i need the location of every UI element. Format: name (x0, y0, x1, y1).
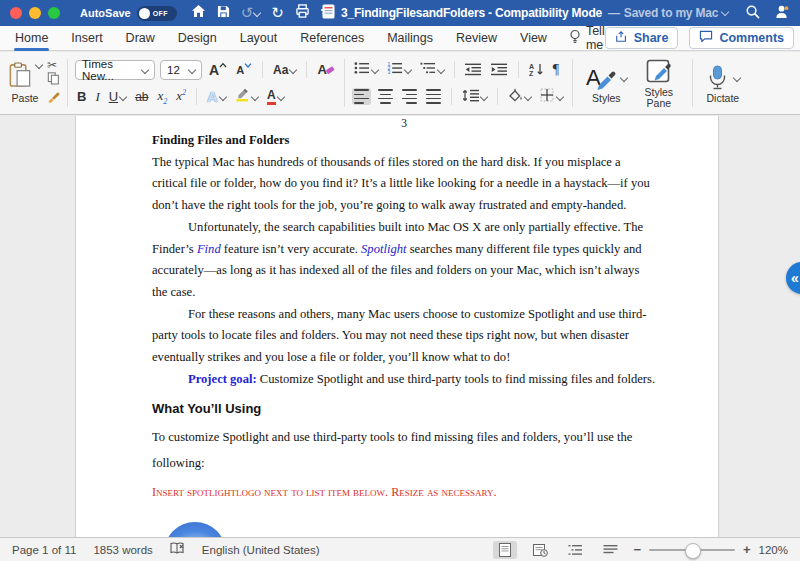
justify-button[interactable] (424, 88, 443, 104)
zoom-slider[interactable] (649, 549, 735, 551)
doc-paragraph[interactable]: Project goal: Customize Spotlight and us… (152, 369, 656, 391)
ribbon: Paste ✂ Times New... 12 (0, 52, 800, 115)
tab-home[interactable]: Home (14, 27, 49, 49)
autosave-state: OFF (153, 10, 168, 17)
tab-mailings[interactable]: Mailings (386, 27, 434, 49)
dictate-button[interactable]: Dictate (700, 61, 746, 106)
styles-button[interactable]: A Styles (580, 61, 633, 106)
microphone-icon (706, 65, 729, 91)
word-count-status[interactable]: 1853 words (93, 544, 152, 556)
numbered-list-icon: 123 (387, 61, 403, 79)
zoom-in-button[interactable]: + (743, 545, 751, 555)
doc-paragraph[interactable]: Finding Files and Folders (152, 130, 656, 152)
chevron-down-icon (404, 65, 412, 73)
copy-icon[interactable] (47, 71, 61, 89)
styles-label: Styles (592, 93, 621, 104)
doc-paragraph[interactable]: The typical Mac has hundreds of thousand… (152, 152, 656, 217)
fullscreen-window-button[interactable] (48, 7, 60, 19)
align-left-button[interactable] (352, 88, 371, 104)
close-window-button[interactable] (10, 7, 22, 19)
undo-dropdown-icon[interactable] (253, 9, 261, 17)
font-name-select[interactable]: Times New... (75, 60, 155, 80)
numbered-list-button[interactable]: 123 (385, 60, 413, 80)
format-painter-icon[interactable] (47, 89, 61, 107)
tab-insert[interactable]: Insert (70, 27, 103, 49)
share-label: Share (634, 31, 669, 45)
tab-references[interactable]: References (299, 27, 365, 49)
sort-button[interactable]: AZ (527, 61, 546, 78)
change-case-button[interactable]: Aa (271, 62, 298, 78)
paragraph-group: 123 AZ (345, 52, 572, 114)
web-layout-view-button[interactable] (528, 541, 552, 559)
print-layout-view-button[interactable] (493, 541, 517, 559)
minimize-window-button[interactable] (29, 7, 41, 19)
multilevel-list-button[interactable] (418, 60, 446, 80)
save-icon[interactable] (217, 4, 230, 22)
text-effects-button[interactable]: A (205, 87, 228, 106)
autosave-toggle[interactable]: OFF (137, 6, 177, 21)
doc-paragraph[interactable]: What You’ll Using (152, 398, 656, 420)
zoom-slider-knob[interactable] (685, 543, 701, 559)
bullet-list-button[interactable] (352, 60, 380, 80)
decrease-indent-button[interactable] (463, 62, 484, 77)
styles-pane-button[interactable]: Styles Pane (633, 55, 685, 111)
spellcheck-status-icon[interactable] (170, 542, 185, 557)
strikethrough-button[interactable]: ab (133, 89, 150, 105)
align-right-button[interactable] (400, 88, 419, 104)
chevron-down-icon (556, 92, 564, 100)
show-paragraph-marks-button[interactable]: ¶ (551, 61, 561, 79)
home-icon[interactable] (191, 4, 206, 22)
zoom-out-button[interactable]: − (633, 545, 641, 555)
tab-review[interactable]: Review (455, 27, 498, 49)
increase-indent-button[interactable] (489, 62, 510, 77)
tab-layout[interactable]: Layout (239, 27, 279, 49)
undo-icon[interactable]: ↺ (241, 6, 254, 20)
underline-button[interactable]: U (107, 88, 128, 105)
share-button[interactable]: Share (605, 27, 679, 49)
account-icon[interactable] (774, 4, 790, 23)
paste-button[interactable]: Paste (8, 55, 42, 111)
tab-design[interactable]: Design (177, 27, 218, 49)
shrink-font-button[interactable]: A (234, 63, 254, 77)
highlight-button[interactable] (233, 86, 260, 107)
font-size-value: 12 (167, 64, 180, 76)
language-status[interactable]: English (United States) (202, 544, 320, 556)
grow-font-button[interactable]: A (207, 61, 229, 79)
superscript-button[interactable]: x2 (174, 87, 188, 105)
bold-button[interactable]: B (75, 88, 88, 105)
sidebar-expand-button[interactable]: « (786, 262, 800, 294)
cut-icon[interactable]: ✂ (47, 59, 61, 71)
page-count-status[interactable]: Page 1 of 11 (12, 544, 76, 556)
line-spacing-button[interactable] (460, 87, 489, 107)
print-icon[interactable] (295, 4, 310, 22)
clear-formatting-button[interactable]: A (315, 61, 336, 78)
align-center-button[interactable] (376, 88, 395, 104)
tab-view[interactable]: View (519, 27, 548, 49)
document-page[interactable]: 3 Finding Files and FoldersThe typical M… (75, 116, 719, 537)
comments-button[interactable]: Comments (689, 27, 794, 49)
document-area: 3 Finding Files and FoldersThe typical M… (0, 116, 800, 537)
draft-view-button[interactable] (598, 541, 622, 559)
zoom-percent[interactable]: 120% (759, 544, 788, 556)
borders-button[interactable] (538, 87, 565, 107)
clipboard-icon (8, 62, 32, 90)
paste-dropdown-icon[interactable] (35, 61, 43, 69)
redo-icon[interactable]: ↻ (271, 6, 284, 20)
doc-paragraph[interactable]: Insert spotlightlogo next to list item b… (152, 483, 656, 501)
font-color-button[interactable]: A (265, 88, 286, 106)
status-bar: Page 1 of 11 1853 words English (United … (0, 537, 800, 561)
shading-button[interactable] (506, 87, 533, 107)
doc-paragraph[interactable]: For these reasons and others, many Mac u… (152, 304, 656, 369)
tab-draw[interactable]: Draw (125, 27, 156, 49)
chevron-down-icon[interactable] (721, 7, 729, 15)
align-right-icon (402, 89, 417, 103)
doc-paragraph[interactable]: Unfortunately, the search capabilities b… (152, 217, 656, 304)
outline-view-button[interactable] (563, 541, 587, 559)
document-title-group: 3_FindingFilesandFolders - Compatibility… (322, 0, 728, 26)
doc-paragraph[interactable]: To customize Spotlight and use third-par… (152, 425, 656, 476)
italic-button[interactable]: I (93, 88, 101, 106)
subscript-button[interactable]: x2 (155, 87, 169, 107)
tell-me-control[interactable]: Tell me (569, 24, 605, 52)
search-icon[interactable] (745, 4, 760, 23)
font-size-select[interactable]: 12 (160, 60, 202, 80)
